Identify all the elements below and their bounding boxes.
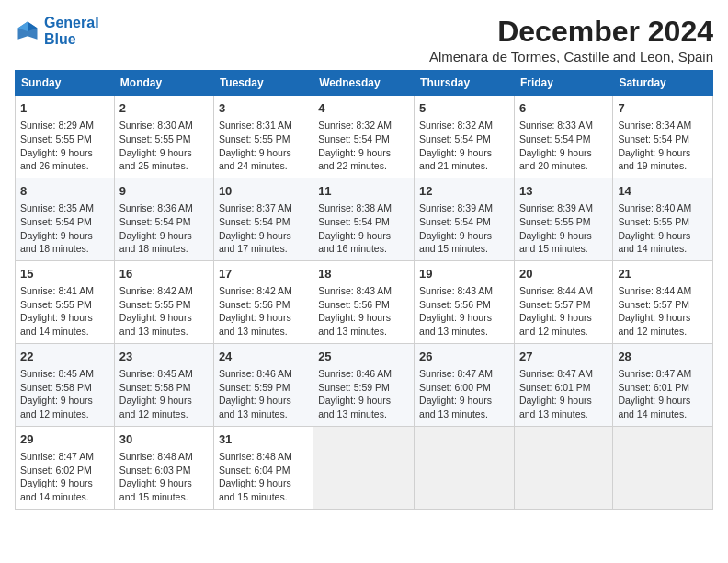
day-info: Sunrise: 8:32 AM Sunset: 5:54 PM Dayligh…	[318, 119, 409, 173]
title-area: December 2024 Almenara de Tormes, Castil…	[429, 15, 713, 64]
day-number: 3	[219, 100, 308, 117]
weekday-header-cell: Monday	[114, 71, 213, 96]
calendar-day-cell: 2Sunrise: 8:30 AM Sunset: 5:55 PM Daylig…	[114, 96, 213, 178]
day-number: 25	[318, 349, 409, 365]
day-info: Sunrise: 8:29 AM Sunset: 5:55 PM Dayligh…	[20, 119, 109, 173]
calendar-week-row: 29Sunrise: 8:47 AM Sunset: 6:02 PM Dayli…	[16, 426, 713, 509]
day-info: Sunrise: 8:42 AM Sunset: 5:56 PM Dayligh…	[219, 284, 308, 339]
day-number: 4	[318, 100, 409, 117]
day-info: Sunrise: 8:40 AM Sunset: 5:55 PM Dayligh…	[618, 201, 708, 256]
subtitle: Almenara de Tormes, Castille and Leon, S…	[429, 49, 713, 64]
day-number: 23	[119, 349, 209, 365]
day-info: Sunrise: 8:47 AM Sunset: 6:01 PM Dayligh…	[519, 367, 608, 421]
calendar-day-cell: 21Sunrise: 8:44 AM Sunset: 5:57 PM Dayli…	[613, 260, 713, 343]
calendar-day-cell: 6Sunrise: 8:33 AM Sunset: 5:54 PM Daylig…	[514, 96, 612, 178]
day-info: Sunrise: 8:36 AM Sunset: 5:54 PM Dayligh…	[119, 201, 209, 256]
day-number: 19	[419, 266, 509, 282]
calendar-day-cell: 17Sunrise: 8:42 AM Sunset: 5:56 PM Dayli…	[213, 260, 313, 343]
calendar-day-cell: 3Sunrise: 8:31 AM Sunset: 5:55 PM Daylig…	[213, 96, 313, 178]
day-info: Sunrise: 8:45 AM Sunset: 5:58 PM Dayligh…	[20, 367, 109, 421]
day-info: Sunrise: 8:47 AM Sunset: 6:01 PM Dayligh…	[618, 367, 708, 421]
day-info: Sunrise: 8:39 AM Sunset: 5:55 PM Dayligh…	[519, 201, 608, 256]
weekday-header-row: SundayMondayTuesdayWednesdayThursdayFrid…	[16, 71, 713, 96]
day-number: 28	[618, 349, 708, 365]
day-number: 14	[618, 183, 708, 200]
day-info: Sunrise: 8:33 AM Sunset: 5:54 PM Dayligh…	[519, 119, 608, 173]
day-info: Sunrise: 8:43 AM Sunset: 5:56 PM Dayligh…	[318, 284, 409, 339]
day-info: Sunrise: 8:39 AM Sunset: 5:54 PM Dayligh…	[419, 201, 509, 256]
calendar-day-cell: 10Sunrise: 8:37 AM Sunset: 5:54 PM Dayli…	[213, 178, 313, 260]
calendar-body: 1Sunrise: 8:29 AM Sunset: 5:55 PM Daylig…	[16, 96, 713, 510]
day-info: Sunrise: 8:48 AM Sunset: 6:04 PM Dayligh…	[219, 450, 308, 504]
day-number: 17	[219, 266, 308, 282]
calendar-week-row: 8Sunrise: 8:35 AM Sunset: 5:54 PM Daylig…	[16, 178, 713, 260]
calendar-day-cell: 22Sunrise: 8:45 AM Sunset: 5:58 PM Dayli…	[16, 343, 115, 426]
calendar-week-row: 15Sunrise: 8:41 AM Sunset: 5:55 PM Dayli…	[16, 260, 713, 343]
calendar-day-cell: 20Sunrise: 8:44 AM Sunset: 5:57 PM Dayli…	[514, 260, 612, 343]
calendar-day-cell: 8Sunrise: 8:35 AM Sunset: 5:54 PM Daylig…	[16, 178, 115, 260]
calendar-day-cell: 29Sunrise: 8:47 AM Sunset: 6:02 PM Dayli…	[16, 426, 115, 509]
calendar-day-cell	[514, 426, 612, 509]
day-info: Sunrise: 8:31 AM Sunset: 5:55 PM Dayligh…	[219, 119, 308, 173]
calendar-day-cell: 26Sunrise: 8:47 AM Sunset: 6:00 PM Dayli…	[415, 343, 515, 426]
day-info: Sunrise: 8:37 AM Sunset: 5:54 PM Dayligh…	[219, 201, 308, 256]
day-info: Sunrise: 8:35 AM Sunset: 5:54 PM Dayligh…	[20, 201, 109, 256]
day-number: 6	[519, 100, 608, 117]
day-info: Sunrise: 8:45 AM Sunset: 5:58 PM Dayligh…	[119, 367, 209, 421]
day-number: 9	[119, 183, 209, 200]
calendar-day-cell: 9Sunrise: 8:36 AM Sunset: 5:54 PM Daylig…	[114, 178, 213, 260]
logo-line1: General	[44, 15, 99, 30]
weekday-header-cell: Friday	[514, 71, 612, 96]
day-info: Sunrise: 8:41 AM Sunset: 5:55 PM Dayligh…	[20, 284, 109, 339]
calendar-day-cell: 4Sunrise: 8:32 AM Sunset: 5:54 PM Daylig…	[313, 96, 415, 178]
day-number: 27	[519, 349, 608, 365]
calendar-day-cell	[613, 426, 713, 509]
day-number: 13	[519, 183, 608, 200]
day-number: 8	[20, 183, 109, 200]
weekday-header-cell: Saturday	[613, 71, 713, 96]
calendar-day-cell: 14Sunrise: 8:40 AM Sunset: 5:55 PM Dayli…	[613, 178, 713, 260]
day-info: Sunrise: 8:43 AM Sunset: 5:56 PM Dayligh…	[419, 284, 509, 339]
day-number: 1	[20, 100, 109, 117]
calendar-day-cell: 5Sunrise: 8:32 AM Sunset: 5:54 PM Daylig…	[415, 96, 515, 178]
calendar-day-cell: 18Sunrise: 8:43 AM Sunset: 5:56 PM Dayli…	[313, 260, 415, 343]
calendar-day-cell: 30Sunrise: 8:48 AM Sunset: 6:03 PM Dayli…	[114, 426, 213, 509]
day-info: Sunrise: 8:32 AM Sunset: 5:54 PM Dayligh…	[419, 119, 509, 173]
calendar-day-cell: 25Sunrise: 8:46 AM Sunset: 5:59 PM Dayli…	[313, 343, 415, 426]
header: General Blue December 2024 Almenara de T…	[15, 15, 713, 64]
day-number: 2	[119, 100, 209, 117]
weekday-header-cell: Sunday	[16, 71, 115, 96]
day-info: Sunrise: 8:44 AM Sunset: 5:57 PM Dayligh…	[618, 284, 708, 339]
calendar-day-cell: 7Sunrise: 8:34 AM Sunset: 5:54 PM Daylig…	[613, 96, 713, 178]
calendar-day-cell: 24Sunrise: 8:46 AM Sunset: 5:59 PM Dayli…	[213, 343, 313, 426]
logo-line2: Blue	[44, 31, 76, 47]
calendar-day-cell: 16Sunrise: 8:42 AM Sunset: 5:55 PM Dayli…	[114, 260, 213, 343]
calendar-day-cell: 1Sunrise: 8:29 AM Sunset: 5:55 PM Daylig…	[16, 96, 115, 178]
calendar-day-cell: 13Sunrise: 8:39 AM Sunset: 5:55 PM Dayli…	[514, 178, 612, 260]
calendar-week-row: 1Sunrise: 8:29 AM Sunset: 5:55 PM Daylig…	[16, 96, 713, 178]
day-number: 11	[318, 183, 409, 200]
day-number: 31	[219, 431, 308, 448]
calendar-day-cell: 28Sunrise: 8:47 AM Sunset: 6:01 PM Dayli…	[613, 343, 713, 426]
day-info: Sunrise: 8:42 AM Sunset: 5:55 PM Dayligh…	[119, 284, 209, 339]
day-info: Sunrise: 8:34 AM Sunset: 5:54 PM Dayligh…	[618, 119, 708, 173]
day-number: 26	[419, 349, 509, 365]
day-number: 7	[618, 100, 708, 117]
day-number: 18	[318, 266, 409, 282]
day-info: Sunrise: 8:46 AM Sunset: 5:59 PM Dayligh…	[318, 367, 409, 421]
day-info: Sunrise: 8:46 AM Sunset: 5:59 PM Dayligh…	[219, 367, 308, 421]
day-number: 15	[20, 266, 109, 282]
day-number: 20	[519, 266, 608, 282]
day-info: Sunrise: 8:38 AM Sunset: 5:54 PM Dayligh…	[318, 201, 409, 256]
day-number: 16	[119, 266, 209, 282]
calendar-week-row: 22Sunrise: 8:45 AM Sunset: 5:58 PM Dayli…	[16, 343, 713, 426]
logo-icon	[15, 18, 40, 44]
day-number: 10	[219, 183, 308, 200]
calendar-day-cell: 31Sunrise: 8:48 AM Sunset: 6:04 PM Dayli…	[213, 426, 313, 509]
day-number: 29	[20, 431, 109, 448]
calendar-day-cell	[415, 426, 515, 509]
day-info: Sunrise: 8:47 AM Sunset: 6:02 PM Dayligh…	[20, 450, 109, 504]
day-number: 12	[419, 183, 509, 200]
day-number: 30	[119, 431, 209, 448]
calendar-day-cell: 15Sunrise: 8:41 AM Sunset: 5:55 PM Dayli…	[16, 260, 115, 343]
